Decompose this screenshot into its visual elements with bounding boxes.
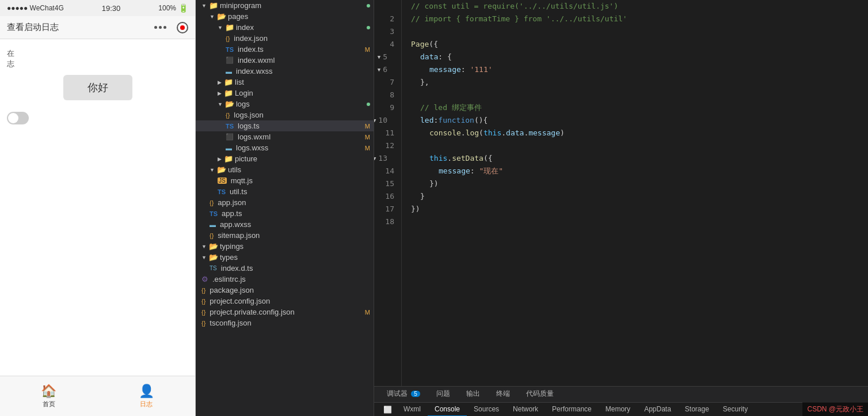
- code-text: Page: [411, 38, 429, 51]
- logs-person-icon: 👤: [139, 384, 154, 399]
- tree-item-logs-ts[interactable]: TS logs.ts M: [196, 120, 374, 131]
- phone-nav-title: 查看启动日志: [7, 22, 59, 33]
- folder-icon: 📁: [224, 154, 233, 163]
- tree-item-eslintrc[interactable]: ⚙ .eslintrc.js: [196, 274, 374, 285]
- phone-log-line1: 在: [7, 48, 188, 59]
- devtools-tabs: ⬜ Wxml Console Sources Network Performan…: [374, 403, 868, 416]
- tree-item-package-json[interactable]: {} package.json: [196, 285, 374, 296]
- tree-item-typings[interactable]: ▼ 📂 typings: [196, 241, 374, 252]
- csdn-watermark: CSDN @元政小王: [802, 402, 868, 416]
- phone-status-bar: ●●●●● WeChat4G 19:30 100% 🔋: [0, 0, 195, 16]
- js-file-icon: JS: [218, 177, 227, 184]
- tab-output[interactable]: 输出: [458, 387, 488, 402]
- tree-item-app-json[interactable]: {} app.json: [196, 197, 374, 208]
- tree-item-index-ts[interactable]: TS index.ts M: [196, 44, 374, 55]
- tab-debugger[interactable]: 调试器 5: [379, 387, 428, 402]
- arrow-icon: ▼: [218, 25, 223, 31]
- code-text: console.log(this.data.message): [411, 127, 565, 139]
- dot-indicator: [367, 26, 370, 29]
- code-text: led:function(){: [411, 114, 488, 127]
- phone-nav-bar: 查看启动日志: [0, 16, 195, 39]
- tree-item-logs-wxml[interactable]: ⬛ logs.wxml M: [196, 131, 374, 142]
- ts-file-icon: TS: [226, 46, 234, 53]
- tab-sources[interactable]: Sources: [467, 403, 506, 416]
- tree-item-app-ts[interactable]: TS app.ts: [196, 208, 374, 219]
- tab-wxml[interactable]: Wxml: [397, 403, 428, 416]
- folder-blue-icon: 📂: [209, 253, 218, 262]
- tree-item-index-folder[interactable]: ▼ 📁 index: [196, 22, 374, 33]
- tab-security[interactable]: Security: [716, 403, 755, 416]
- code-line-2: // const util = require('../../utils/uti…: [411, 0, 868, 13]
- tree-item-pages[interactable]: ▼ 📂 pages: [196, 11, 374, 22]
- code-line-10: // led 绑定事件: [411, 101, 868, 114]
- tree-item-label: app.json: [218, 198, 246, 207]
- tree-item-index-json[interactable]: {} index.json: [196, 33, 374, 44]
- arrow-icon: ▼: [201, 255, 207, 260]
- tree-item-miniprogram[interactable]: ▼ 📁 miniprogram: [196, 0, 374, 11]
- phone-nav-icons[interactable]: [154, 22, 188, 33]
- tab-terminal[interactable]: 终端: [488, 387, 518, 402]
- tree-item-app-wxss[interactable]: ▬ app.wxss: [196, 219, 374, 230]
- tab-memory[interactable]: Memory: [599, 403, 637, 416]
- m-badge: M: [365, 123, 370, 130]
- nav-record-icon[interactable]: [177, 22, 188, 33]
- tab-console[interactable]: Console: [428, 403, 467, 416]
- tab-code-quality[interactable]: 代码质量: [518, 387, 562, 402]
- code-line-17: }: [411, 190, 868, 203]
- json-file-icon: {}: [226, 112, 230, 119]
- tab-appdata[interactable]: AppData: [637, 403, 678, 416]
- devtools-icon[interactable]: ⬜: [379, 403, 397, 416]
- phone-toggle-area: [7, 112, 188, 124]
- tree-item-project-private-config[interactable]: {} project.private.config.json M: [196, 307, 374, 317]
- tree-item-logs-json[interactable]: {} logs.json: [196, 109, 374, 120]
- code-text: }: [411, 190, 425, 203]
- tree-item-mqtt-js[interactable]: JS mqtt.js: [196, 175, 374, 186]
- tree-item-utils[interactable]: ▼ 📂 utils: [196, 164, 374, 175]
- code-line-14: this.setData({: [411, 152, 868, 165]
- tab-performance[interactable]: Performance: [545, 403, 599, 416]
- wxml-file-icon: ⬛: [226, 133, 234, 141]
- tree-item-tsconfig[interactable]: {} tsconfig.json: [196, 317, 374, 328]
- tree-item-sitemap-json[interactable]: {} sitemap.json: [196, 230, 374, 241]
- nav-dots-icon[interactable]: [154, 26, 166, 29]
- tree-item-login[interactable]: ▶ 📁 Login: [196, 88, 374, 99]
- debugger-tabs: 调试器 5 问题 输出 终端 代码质量: [374, 387, 868, 403]
- bottom-nav-logs[interactable]: 👤 日志: [139, 384, 154, 409]
- eslint-icon: ⚙: [201, 275, 208, 283]
- code-content[interactable]: // const util = require('../../utils/uti…: [402, 0, 868, 386]
- phone-status-left: ●●●●● WeChat4G: [7, 4, 64, 12]
- tab-issues[interactable]: 问题: [428, 387, 458, 402]
- tree-item-label: sitemap.json: [218, 231, 260, 240]
- tree-item-logs-wxss[interactable]: ▬ logs.wxss M: [196, 142, 374, 153]
- tree-item-index-wxss[interactable]: ▬ index.wxss: [196, 66, 374, 77]
- json-file-icon: {}: [201, 309, 205, 316]
- json-file-icon: {}: [201, 320, 205, 327]
- tree-item-types[interactable]: ▼ 📂 types: [196, 252, 374, 263]
- tab-storage[interactable]: Storage: [678, 403, 716, 416]
- wxss-file-icon: ▬: [226, 145, 232, 152]
- phone-time: 19:30: [102, 4, 121, 13]
- folder-icon: 📁: [224, 78, 233, 86]
- tree-item-picture[interactable]: ▶ 📁 picture: [196, 153, 374, 164]
- tree-item-label: index: [236, 23, 254, 32]
- tree-item-index-dts[interactable]: TS index.d.ts: [196, 263, 374, 274]
- tree-item-project-config[interactable]: {} project.config.json: [196, 296, 374, 307]
- tab-network[interactable]: Network: [506, 403, 545, 416]
- tree-item-label: list: [235, 78, 244, 86]
- tree-item-list[interactable]: ▶ 📁 list: [196, 77, 374, 88]
- tree-item-util-ts[interactable]: TS util.ts: [196, 186, 374, 197]
- m-badge: M: [365, 145, 370, 152]
- tree-item-label: tsconfig.json: [210, 319, 251, 327]
- json-file-icon: {}: [210, 199, 214, 206]
- code-text: // led 绑定事件: [411, 101, 482, 114]
- phone-panel: ●●●●● WeChat4G 19:30 100% 🔋 查看启动日志 在 志 你…: [0, 0, 196, 416]
- code-line-15: message: "现在": [411, 165, 868, 177]
- folder-blue-icon: 📂: [225, 100, 234, 108]
- toggle-switch[interactable]: [7, 112, 29, 124]
- dot-indicator: [367, 4, 370, 7]
- tree-item-label: project.config.json: [210, 297, 270, 305]
- tree-item-logs-folder[interactable]: ▼ 📂 logs: [196, 99, 374, 109]
- bottom-nav-home[interactable]: 🏠 首页: [41, 384, 56, 409]
- tree-item-index-wxml[interactable]: ⬛ index.wxml: [196, 55, 374, 66]
- folder-icon: 📁: [209, 1, 218, 10]
